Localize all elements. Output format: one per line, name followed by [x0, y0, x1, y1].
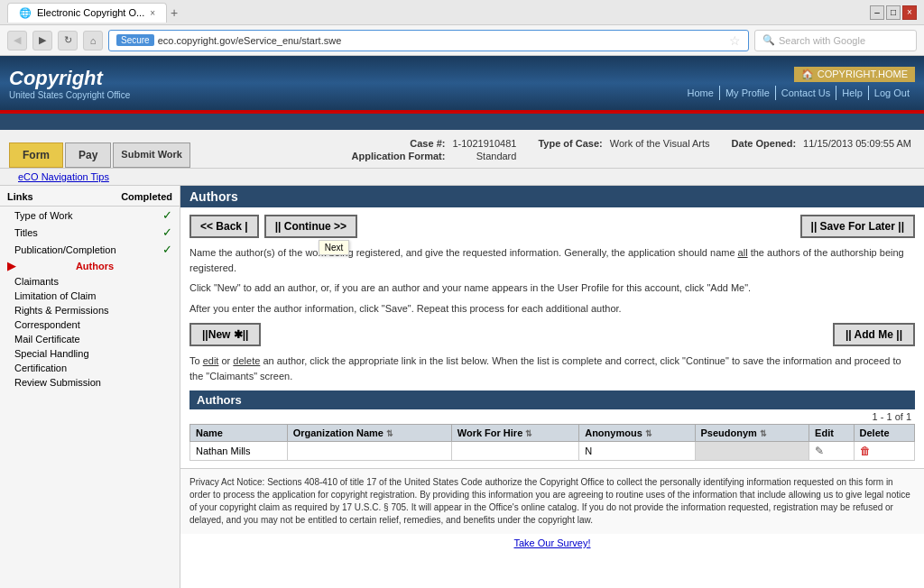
case-number-label: Case #: [410, 138, 445, 149]
col-work-for-hire[interactable]: Work For Hire ⇅ [451, 425, 578, 442]
window-close-btn[interactable]: × [902, 5, 917, 20]
table-pagination: 1 - 1 of 1 [189, 409, 915, 424]
copyright-home-btn[interactable]: 🏠 COPYRIGHT.HOME [794, 67, 915, 82]
tab-close-btn[interactable]: × [150, 8, 155, 18]
nav-help[interactable]: Help [836, 86, 868, 100]
home-icon: 🏠 [801, 69, 814, 80]
site-logo: Copyright [9, 67, 130, 90]
trash-icon: 🗑 [860, 445, 871, 457]
sidebar-column-headers: Links Completed [0, 189, 180, 207]
secure-badge: Secure [116, 34, 154, 46]
privacy-notice: Privacy Act Notice: Sections 408-410 of … [180, 468, 924, 534]
sidebar-label-special: Special Handling [14, 348, 89, 359]
sidebar-label-type-of-work: Type of Work [14, 210, 73, 221]
nav-my-profile[interactable]: My Profile [719, 86, 775, 100]
author-name: Nathan Mills [190, 442, 288, 461]
main-layout: Links Completed Type of Work ✓ Titles ✓ … [0, 186, 924, 588]
address-bar[interactable]: Secure eco.copyright.gov/eService_enu/st… [108, 30, 749, 51]
nav-btn-row: << Back | || Continue >> Next || Save Fo… [189, 215, 915, 238]
continue-tooltip-area: || Continue >> Next [264, 215, 357, 238]
desc-text-1: Name the author(s) of the work being reg… [189, 245, 915, 275]
case-number: 1-1021910481 [448, 137, 520, 150]
tab-submit-work[interactable]: Submit Work [113, 142, 190, 168]
nav-home[interactable]: Home [682, 86, 719, 100]
author-anonymous: N [579, 442, 695, 461]
sidebar-item-type-of-work[interactable]: Type of Work ✓ [0, 207, 180, 224]
sidebar-item-claimants[interactable]: Claimants [0, 274, 180, 289]
col-anonymous[interactable]: Anonymous ⇅ [579, 425, 695, 442]
sidebar-label-authors: Authors [76, 261, 114, 271]
logo-subtext: United States Copyright Office [9, 90, 130, 100]
type-of-case-label: Type of Case: [538, 138, 602, 149]
bookmark-btn[interactable]: ☆ [729, 33, 741, 48]
desc-text-2: Click "New" to add an author, or, if you… [189, 280, 915, 296]
case-info: Case #: 1-1021910481 Type of Case: Work … [348, 137, 915, 168]
sidebar-item-titles[interactable]: Titles ✓ [0, 224, 180, 241]
col-edit: Edit [809, 425, 854, 442]
completed-column-header: Completed [121, 191, 172, 202]
forward-btn[interactable]: ▶ [32, 31, 52, 51]
eco-nav-tips-link[interactable]: eCO Navigation Tips [9, 169, 118, 185]
search-bar[interactable]: 🔍 Search with Google [754, 30, 917, 51]
continue-nav-btn[interactable]: || Continue >> [264, 215, 357, 238]
browser-toolbar: ◀ ▶ ↻ ⌂ Secure eco.copyright.gov/eServic… [0, 25, 924, 56]
browser-tab[interactable]: 🌐 Electronic Copyright O... × [7, 3, 167, 23]
sidebar-item-authors[interactable]: ▶ Authors [0, 258, 180, 274]
check-icon-1: ✓ [162, 225, 172, 239]
back-nav-btn[interactable]: << Back | [189, 215, 259, 238]
workflow-area: Form Pay Submit Work Case #: 1-102191048… [0, 130, 924, 169]
sidebar-label-titles: Titles [14, 227, 38, 238]
authors-table: Name Organization Name ⇅ Work For Hire ⇅ [189, 424, 915, 461]
sidebar-item-mail-certificate[interactable]: Mail Certificate [0, 332, 180, 346]
address-text: eco.copyright.gov/eService_enu/start.swe [158, 35, 725, 46]
check-icon-0: ✓ [162, 208, 172, 222]
sidebar-item-rights-permissions[interactable]: Rights & Permissions [0, 303, 180, 317]
tab-form[interactable]: Form [9, 142, 63, 168]
header-right: 🏠 COPYRIGHT.HOME Home My Profile Contact… [682, 67, 915, 100]
edit-desc-text: To edit or delete an author, click the a… [189, 354, 915, 383]
survey-link[interactable]: Take Our Survey! [180, 534, 924, 552]
nav-contact-us[interactable]: Contact Us [775, 86, 836, 100]
window-controls: – □ × [870, 5, 917, 20]
sort-anonymous-icon[interactable]: ⇅ [645, 429, 652, 438]
col-delete: Delete [854, 425, 914, 442]
sidebar-item-correspondent[interactable]: Correspondent [0, 317, 180, 332]
sort-work-hire-icon[interactable]: ⇅ [525, 429, 532, 438]
sidebar-label-certification: Certification [14, 363, 67, 373]
sidebar-item-certification[interactable]: Certification [0, 361, 180, 375]
authors-table-header: Authors [189, 390, 915, 409]
sidebar-label-correspondent: Correspondent [14, 319, 80, 330]
window-minimize-btn[interactable]: – [870, 5, 884, 20]
author-org-name [287, 442, 451, 461]
sidebar-item-limitation-of-claim[interactable]: Limitation of Claim [0, 289, 180, 303]
sort-pseudonym-icon[interactable]: ⇅ [760, 429, 767, 438]
sidebar-label-mail: Mail Certificate [14, 334, 80, 345]
nav-log-out[interactable]: Log Out [868, 86, 915, 100]
save-later-btn[interactable]: || Save For Later || [800, 215, 915, 238]
window-maximize-btn[interactable]: □ [886, 5, 901, 20]
sidebar-item-review-submission[interactable]: Review Submission [0, 375, 180, 390]
refresh-btn[interactable]: ↻ [58, 31, 78, 51]
tab-pay[interactable]: Pay [65, 142, 111, 168]
date-opened: 11/15/2013 05:09:55 AM [799, 137, 915, 150]
edit-author-btn[interactable]: ✎ [815, 445, 824, 457]
new-author-btn[interactable]: ||New ✱|| [189, 323, 261, 346]
col-pseudonym[interactable]: Pseudonym ⇅ [695, 425, 809, 442]
sidebar-item-publication-completion[interactable]: Publication/Completion ✓ [0, 241, 180, 258]
type-of-case: Work of the Visual Arts [606, 137, 714, 150]
new-tab-btn[interactable]: + [171, 5, 178, 20]
home-btn[interactable]: ⌂ [83, 31, 103, 51]
sidebar-label-limitation: Limitation of Claim [14, 290, 96, 301]
back-btn[interactable]: ◀ [7, 31, 27, 51]
links-column-header: Links [7, 191, 33, 202]
date-opened-label: Date Opened: [732, 138, 797, 149]
search-icon: 🔍 [762, 34, 775, 46]
col-org-name[interactable]: Organization Name ⇅ [287, 425, 451, 442]
browser-titlebar: 🌐 Electronic Copyright O... × + – □ × [0, 0, 924, 25]
add-me-btn[interactable]: || Add Me || [833, 323, 915, 346]
content-area: Authors << Back | || Continue >> Next ||… [180, 186, 924, 588]
sidebar-item-special-handling[interactable]: Special Handling [0, 346, 180, 361]
sort-org-name-icon[interactable]: ⇅ [386, 429, 393, 438]
delete-author-btn[interactable]: 🗑 [860, 445, 871, 457]
author-pseudonym [695, 442, 809, 461]
